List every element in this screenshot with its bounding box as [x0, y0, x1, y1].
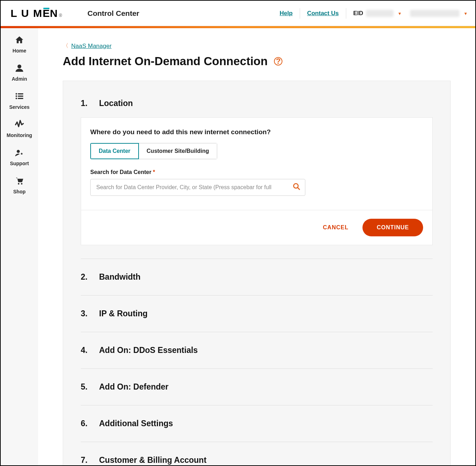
chevron-down-icon[interactable]: ▾: [398, 11, 401, 16]
gear-user-icon: [15, 148, 24, 159]
sidebar-item-home[interactable]: Home: [1, 35, 38, 54]
svg-point-0: [18, 64, 22, 68]
sidebar-nav: Home Admin Services Monitoring Support: [1, 28, 38, 465]
wizard-step-bandwidth[interactable]: 2. Bandwidth: [81, 272, 433, 282]
wizard-step-ddos[interactable]: 4. Add On: DDoS Essentials: [81, 346, 433, 355]
svg-point-7: [17, 150, 20, 153]
username-redacted: [410, 10, 459, 17]
step-title: Add On: DDoS Essentials: [99, 346, 198, 355]
step-number: 4.: [81, 346, 89, 355]
wizard-step-ip-routing[interactable]: 3. IP & Routing: [81, 309, 433, 318]
brand-logo: L U MEN®: [11, 7, 63, 19]
wizard-panel: 1. Location Where do you need to add thi…: [63, 81, 451, 465]
svg-line-11: [298, 187, 300, 189]
step-title: Add On: Defender: [99, 382, 169, 392]
eid-value-redacted: [366, 10, 393, 17]
sidebar-item-support[interactable]: Support: [1, 148, 38, 166]
sidebar-item-label: Home: [13, 48, 26, 54]
svg-point-1: [16, 93, 17, 94]
main-content: 〈 NaaS Manager Add Internet On-Demand Co…: [38, 28, 475, 465]
help-link[interactable]: Help: [273, 8, 300, 19]
svg-point-10: [294, 184, 298, 188]
step-divider: [81, 295, 433, 296]
wizard-step-location: 1. Location Where do you need to add thi…: [81, 99, 433, 245]
location-type-toggle: Data Center Customer Site/Building: [90, 143, 217, 159]
step-title: IP & Routing: [99, 309, 148, 318]
svg-rect-4: [18, 95, 23, 97]
top-header: L U MEN® Control Center Help Contact Us …: [1, 1, 475, 26]
sidebar-item-services[interactable]: Services: [1, 92, 38, 110]
continue-button[interactable]: CONTINUE: [362, 219, 423, 236]
sidebar-item-label: Admin: [12, 76, 27, 82]
step-divider: [81, 368, 433, 369]
wizard-step-additional[interactable]: 6. Additional Settings: [81, 419, 433, 428]
chevron-down-icon[interactable]: ▾: [464, 11, 467, 16]
help-circle-icon[interactable]: ?: [274, 57, 282, 66]
sidebar-item-label: Shop: [13, 189, 26, 194]
step-divider: [81, 442, 433, 442]
breadcrumb-parent-link[interactable]: NaaS Manager: [71, 43, 111, 50]
app-title: Control Center: [87, 9, 139, 18]
step-title: Location: [99, 99, 133, 108]
step-divider: [81, 259, 433, 259]
step-divider: [81, 332, 433, 332]
step-title: Bandwidth: [99, 272, 141, 282]
step-number: 1.: [81, 99, 89, 108]
toggle-customer-site[interactable]: Customer Site/Building: [139, 143, 217, 159]
chevron-left-icon[interactable]: 〈: [63, 42, 68, 50]
svg-point-8: [18, 183, 19, 185]
step-title: Additional Settings: [99, 419, 173, 428]
sidebar-item-label: Monitoring: [7, 132, 32, 138]
cancel-button[interactable]: CANCEL: [323, 224, 349, 231]
contact-link[interactable]: Contact Us: [300, 8, 346, 19]
cart-icon: [15, 176, 24, 187]
search-field-label: Search for Data Center*: [90, 169, 423, 175]
user-icon: [15, 63, 24, 74]
step-number: 6.: [81, 419, 89, 428]
step-title: Customer & Billing Account: [99, 455, 207, 465]
svg-point-9: [21, 183, 22, 185]
step-number: 5.: [81, 382, 89, 392]
step-number: 7.: [81, 455, 89, 465]
svg-rect-6: [18, 98, 23, 99]
location-question: Where do you need to add this new intern…: [90, 128, 423, 136]
sidebar-item-label: Support: [10, 161, 29, 166]
step-number: 3.: [81, 309, 89, 318]
eid-label: EID: [353, 10, 363, 17]
search-icon[interactable]: [293, 183, 300, 192]
step-number: 2.: [81, 272, 89, 282]
toggle-data-center[interactable]: Data Center: [90, 143, 139, 159]
svg-point-5: [16, 98, 17, 99]
sidebar-item-monitoring[interactable]: Monitoring: [1, 120, 38, 138]
page-title: Add Internet On-Demand Connection: [63, 55, 268, 68]
wizard-step-billing[interactable]: 7. Customer & Billing Account: [81, 455, 433, 465]
required-asterisk: *: [153, 169, 155, 175]
step-divider: [81, 405, 433, 405]
home-icon: [15, 35, 24, 46]
breadcrumb: 〈 NaaS Manager: [63, 42, 451, 50]
activity-icon: [15, 120, 24, 130]
sidebar-item-admin[interactable]: Admin: [1, 63, 38, 82]
wizard-step-defender[interactable]: 5. Add On: Defender: [81, 382, 433, 392]
list-icon: [15, 92, 24, 102]
svg-point-3: [16, 95, 17, 97]
sidebar-item-label: Services: [9, 104, 30, 110]
sidebar-item-shop[interactable]: Shop: [1, 176, 38, 194]
data-center-search-input[interactable]: [90, 179, 305, 196]
svg-rect-2: [18, 93, 23, 94]
